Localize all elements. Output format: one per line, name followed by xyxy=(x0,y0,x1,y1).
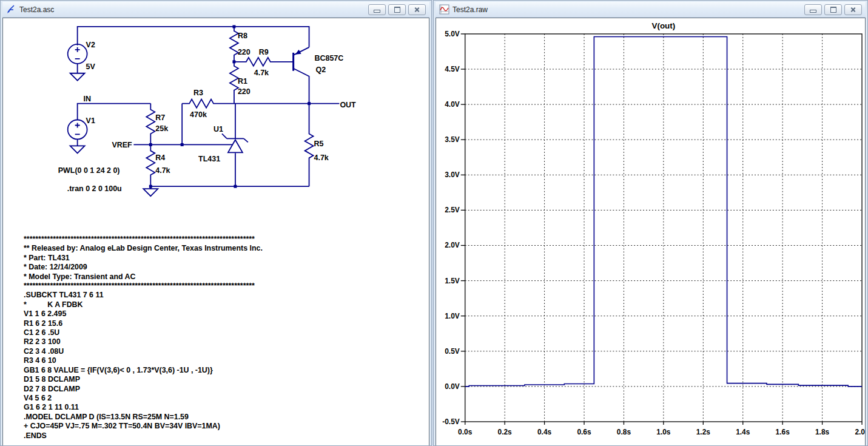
waveform-window: Test2a.raw 0.0s0.2s0.4s0.6s0.8s1.0s1.2s1… xyxy=(433,0,868,446)
svg-text:1.6s: 1.6s xyxy=(776,428,790,436)
ground-symbols xyxy=(70,73,158,196)
minimize-button[interactable] xyxy=(804,4,822,15)
waveform-doc-icon xyxy=(439,4,449,15)
close-button[interactable] xyxy=(408,4,426,15)
svg-text:R8: R8 xyxy=(238,32,247,40)
svg-text:2.5V: 2.5V xyxy=(445,206,460,214)
net-label-vref[interactable]: VREF xyxy=(112,141,132,149)
net-label-in[interactable]: IN xyxy=(84,95,91,103)
plot-axis-ticks xyxy=(461,34,862,425)
ltspice-mdi-workspace: { "chart_data": { "type": "line", "title… xyxy=(0,0,868,446)
window-title: Test2a.asc xyxy=(19,5,54,14)
junction-dots xyxy=(149,25,311,188)
waveform-plot[interactable]: 0.0s0.2s0.4s0.6s0.8s1.0s1.2s1.4s1.6s1.8s… xyxy=(436,18,865,445)
svg-text:5.0V: 5.0V xyxy=(445,30,460,38)
svg-text:R5: R5 xyxy=(314,140,324,148)
schematic-titlebar[interactable]: Test2a.asc xyxy=(2,2,429,18)
spice-netlist-text[interactable]: ****************************************… xyxy=(24,235,263,441)
svg-text:1.0V: 1.0V xyxy=(445,312,460,320)
svg-text:1.2s: 1.2s xyxy=(696,428,711,436)
svg-text:220: 220 xyxy=(238,48,251,56)
svg-text:2.0V: 2.0V xyxy=(445,241,460,249)
restore-button[interactable] xyxy=(388,4,406,15)
schematic-canvas[interactable]: V2 5V V1 PWL(0 0 1 24 2 0) IN VREF OUT R… xyxy=(2,18,429,445)
component-r3[interactable]: R3 470k xyxy=(182,89,234,119)
svg-text:220: 220 xyxy=(238,87,251,96)
plot-axis-labels: 0.0s0.2s0.4s0.6s0.8s1.0s1.2s1.4s1.6s1.8s… xyxy=(442,30,865,436)
restore-icon xyxy=(394,7,400,13)
svg-text:1.5V: 1.5V xyxy=(445,277,460,285)
svg-text:4.7k: 4.7k xyxy=(314,154,329,162)
svg-text:4.7k: 4.7k xyxy=(155,166,170,175)
window-title: Test2a.raw xyxy=(453,5,488,14)
waveform-titlebar[interactable]: Test2a.raw xyxy=(436,2,866,18)
close-icon xyxy=(414,6,420,13)
svg-text:0.0V: 0.0V xyxy=(445,382,460,391)
minimize-button[interactable] xyxy=(368,4,386,15)
svg-text:1.0s: 1.0s xyxy=(656,428,671,436)
svg-text:PWL(0 0 1 24 2 0): PWL(0 0 1 24 2 0) xyxy=(58,166,120,175)
component-v2-voltage-source[interactable]: V2 5V xyxy=(68,41,96,71)
svg-text:3.0V: 3.0V xyxy=(445,171,460,179)
svg-text:470k: 470k xyxy=(190,110,207,119)
svg-text:TL431: TL431 xyxy=(198,155,220,163)
svg-text:0.8s: 0.8s xyxy=(617,428,631,436)
svg-text:0.5V: 0.5V xyxy=(445,347,460,356)
schematic-doc-icon xyxy=(6,4,16,15)
svg-text:4.0V: 4.0V xyxy=(445,100,460,109)
svg-text:0.6s: 0.6s xyxy=(577,428,591,436)
waveform-pane[interactable]: 0.0s0.2s0.4s0.6s0.8s1.0s1.2s1.4s1.6s1.8s… xyxy=(436,18,866,445)
svg-text:3.5V: 3.5V xyxy=(445,135,460,144)
svg-text:R9: R9 xyxy=(259,48,269,56)
wires[interactable] xyxy=(78,27,340,189)
svg-text:-0.5V: -0.5V xyxy=(442,417,460,426)
svg-text:V1: V1 xyxy=(86,117,95,125)
svg-text:V2: V2 xyxy=(86,41,95,49)
net-label-out[interactable]: OUT xyxy=(340,101,356,109)
svg-text:4.5V: 4.5V xyxy=(445,65,460,73)
component-v1-voltage-source[interactable]: V1 PWL(0 0 1 24 2 0) xyxy=(58,117,120,175)
svg-text:2.0s: 2.0s xyxy=(855,428,865,436)
component-r1[interactable]: R1 220 xyxy=(230,62,251,104)
svg-text:R1: R1 xyxy=(238,77,247,86)
plot-gridlines xyxy=(465,34,862,422)
component-q2-pnp-transistor[interactable]: BC857C Q2 xyxy=(294,47,344,104)
svg-text:R3: R3 xyxy=(193,89,203,97)
svg-text:1.4s: 1.4s xyxy=(736,428,750,436)
svg-text:0.4s: 0.4s xyxy=(537,428,552,436)
svg-text:5V: 5V xyxy=(86,63,96,71)
svg-text:1.8s: 1.8s xyxy=(815,428,830,436)
close-icon xyxy=(850,6,856,13)
component-r8[interactable]: R8 220 xyxy=(230,27,251,62)
minimize-icon xyxy=(374,10,380,13)
minimize-icon xyxy=(810,10,816,13)
svg-text:BC857C: BC857C xyxy=(315,54,344,63)
svg-text:0.0s: 0.0s xyxy=(458,428,473,436)
svg-text:25k: 25k xyxy=(155,124,168,133)
svg-text:R7: R7 xyxy=(155,113,165,122)
svg-text:R4: R4 xyxy=(155,154,165,162)
component-r5[interactable]: R5 4.7k xyxy=(305,104,329,187)
svg-text:U1: U1 xyxy=(214,125,223,133)
component-r7[interactable]: R7 25k xyxy=(146,104,168,145)
close-button[interactable] xyxy=(844,4,862,15)
component-r4[interactable]: R4 4.7k xyxy=(146,144,170,186)
svg-text:0.2s: 0.2s xyxy=(498,428,513,436)
svg-text:4.7k: 4.7k xyxy=(254,69,269,77)
restore-icon xyxy=(830,7,836,13)
schematic-window: Test2a.asc xyxy=(0,0,432,446)
svg-text:Q2: Q2 xyxy=(316,66,326,74)
trace-legend-label[interactable]: V(out) xyxy=(652,21,676,30)
restore-button[interactable] xyxy=(824,4,842,15)
spice-directive-tran[interactable]: .tran 0 2 0 100u xyxy=(67,184,122,193)
